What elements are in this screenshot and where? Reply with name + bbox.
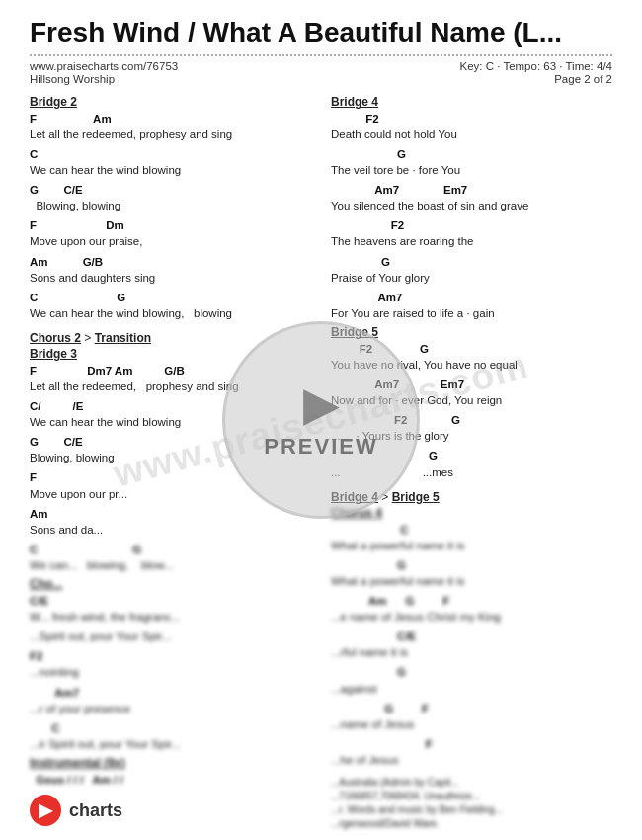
bridge2-block4: F Dm Move upon our praise, [30, 217, 311, 249]
meta-left: www.praisecharts.com/76753 Hillsong Wors… [30, 60, 178, 85]
bridge2-section: Bridge 2 F Am Let all the redeemed, prop… [30, 95, 311, 321]
bridge2-title: Bridge 2 [30, 95, 311, 109]
instrumental-section: Instrumental (9x) Gsus / / / Am / / [30, 756, 311, 788]
bridge3-block5: Am Sons and da... [30, 506, 311, 538]
bridge4-title: Bridge 4 [331, 95, 612, 109]
bridge5-section: Bridge 5 F2 G You have no rival, You hav… [331, 325, 612, 480]
chorus4-title: Chorus 4 [331, 506, 612, 520]
footer-logo[interactable]: ▶ [30, 795, 61, 826]
instrumental-title: Instrumental (9x) [30, 756, 311, 770]
footer: ▶ charts [30, 795, 612, 826]
bridge2-block1: F Am Let all the redeemed, prophesy and … [30, 111, 311, 142]
page-artist: Hillsong Worship [30, 73, 178, 85]
bridge3-block3: G C/E Blowing, blowing [30, 434, 311, 465]
bridge3-block4: F Move upon our pr... [30, 469, 311, 501]
chorus2-transition-title: Chorus 2 > Transition [30, 331, 311, 345]
play-icon-footer: ▶ [39, 799, 52, 821]
key-tempo-time: Key: C · Tempo: 63 · Time: 4/4 [459, 60, 612, 72]
page-number: Page 2 of 2 [554, 73, 612, 85]
bridge3-block2: C/ /E We can hear the wind blowing [30, 398, 311, 430]
bridge2-block3: G C/E Blowing, blowing [30, 182, 311, 213]
bridge4-bridge5-section: Bridge 4 > Bridge 5 [331, 490, 612, 504]
left-column: Bridge 2 F Am Let all the redeemed, prop… [30, 95, 311, 835]
footer-brand: charts [69, 800, 122, 821]
page-url: www.praisecharts.com/76753 [30, 60, 178, 72]
bridge2-block2: C We can hear the wind blowing [30, 146, 311, 178]
bridge2-block6: C G We can hear the wind blowing, blowin… [30, 290, 311, 321]
bridge3-block1: F Dm7 Am G/B Let all the redeemed, proph… [30, 363, 311, 394]
bridge3-block6-blurred: C G We can... blowing, blow... [30, 542, 311, 573]
chorus4-blurred-section: Chorus 4 C What a powerful name it is G … [331, 506, 612, 768]
bridge4-section: Bridge 4 F2 Death could not hold You G T… [331, 95, 612, 321]
chorus2-transition-section: Chorus 2 > Transition [30, 331, 311, 345]
page-title: Fresh Wind / What A Beautiful Name (L... [30, 18, 612, 48]
right-column: Bridge 4 F2 Death could not hold You G T… [331, 95, 612, 835]
bridge3-title: Bridge 3 [30, 347, 311, 361]
bridge4-bridge5-label: Bridge 4 > Bridge 5 [331, 490, 612, 504]
bridge5-title: Bridge 5 [331, 325, 612, 339]
bridge3-section: Bridge 3 F Dm7 Am G/B Let all the redeem… [30, 347, 311, 573]
page-container: Fresh Wind / What A Beautiful Name (L...… [0, 0, 642, 840]
content-columns: Bridge 2 F Am Let all the redeemed, prop… [30, 95, 612, 835]
chorus-blurred-title: Cho... [30, 577, 311, 591]
meta-row: www.praisecharts.com/76753 Hillsong Wors… [30, 60, 612, 85]
meta-right: Key: C · Tempo: 63 · Time: 4/4 Page 2 of… [459, 60, 612, 85]
divider [30, 54, 612, 56]
chorus-blurred-section: Cho... C/E W... fresh wind, the fragranc… [30, 577, 311, 752]
bridge2-block5: Am G/B Sons and daughters sing [30, 254, 311, 286]
